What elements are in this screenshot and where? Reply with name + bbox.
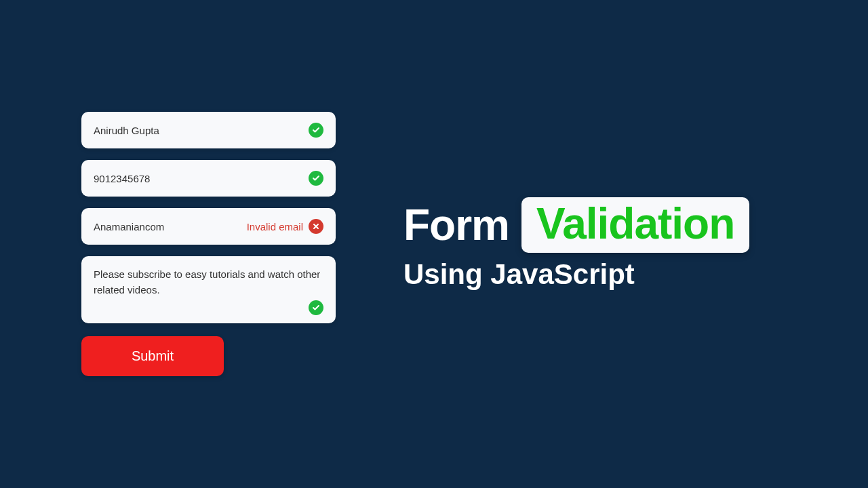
phone-field-wrapper [81, 160, 336, 197]
phone-status [309, 171, 323, 186]
x-circle-icon [309, 219, 323, 234]
main-heading: Form Validation [403, 197, 787, 253]
name-status [309, 123, 323, 138]
email-status: Invalid email [247, 219, 323, 234]
submit-button[interactable]: Submit [81, 336, 224, 376]
check-circle-icon [309, 300, 323, 315]
form-column: Invalid email Submit [81, 112, 336, 376]
heading-word-validation-highlight: Validation [521, 197, 749, 253]
email-field-wrapper: Invalid email [81, 208, 336, 245]
name-input[interactable] [94, 125, 309, 136]
sub-heading: Using JavaScript [403, 258, 787, 291]
name-field-wrapper [81, 112, 336, 148]
email-input[interactable] [94, 221, 247, 232]
message-textarea[interactable] [94, 267, 323, 298]
check-circle-icon [309, 123, 323, 138]
heading-column: Form Validation Using JavaScript [403, 197, 787, 291]
phone-input[interactable] [94, 173, 309, 184]
message-field-wrapper [81, 256, 336, 323]
email-error-text: Invalid email [247, 221, 303, 232]
message-status [94, 300, 323, 315]
heading-word-form: Form [403, 200, 509, 250]
check-circle-icon [309, 171, 323, 186]
